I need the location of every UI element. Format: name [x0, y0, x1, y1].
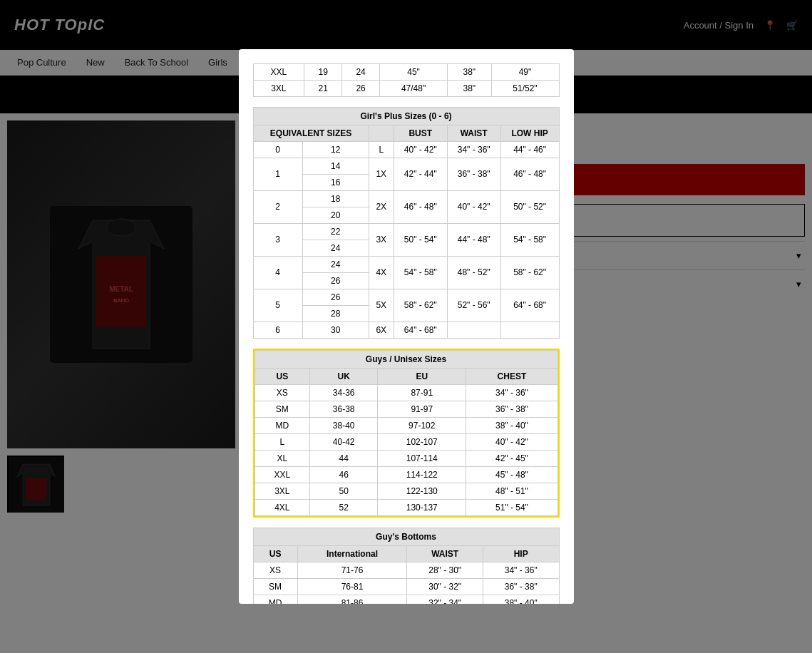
cell: 107-114: [378, 450, 466, 466]
cell: XXL: [253, 63, 304, 80]
cell: 4: [253, 256, 302, 289]
cell: 34" - 36": [447, 141, 500, 158]
cell: 47/48": [380, 80, 448, 96]
cell: [500, 322, 559, 338]
table-row: XL 44 107-114 42" - 45": [255, 450, 557, 466]
cell: 130-137: [378, 499, 466, 515]
cell: 5X: [369, 289, 394, 322]
table-row: 0 12 L 40" - 42" 34" - 36" 44" - 46": [253, 141, 559, 158]
cell: 6: [253, 322, 302, 338]
cell: 114-122: [378, 466, 466, 483]
girls-plus-header: Girl's Plus Sizes (0 - 6): [253, 107, 559, 125]
cell: 3: [253, 223, 302, 256]
guys-unisex-header: Guys / Unisex Sizes: [255, 350, 557, 368]
cell: 64" - 68": [394, 322, 447, 338]
table-row: 6 30 6X 64" - 68": [253, 322, 559, 338]
cell: 44: [310, 450, 378, 466]
cell: 26: [302, 272, 369, 289]
cell: 46: [310, 466, 378, 483]
cell: 91-97: [378, 401, 466, 417]
col-header-bust: BUST: [394, 125, 447, 141]
col-header-sx: [369, 125, 394, 141]
col-header-lowhip: LOW HIP: [500, 125, 559, 141]
cell: 30: [302, 322, 369, 338]
cell: 50" - 52": [500, 190, 559, 223]
cell: 52: [310, 499, 378, 515]
cell: 48" - 51": [466, 483, 557, 499]
cell: 42" - 44": [394, 158, 447, 190]
cell: 44" - 48": [447, 223, 500, 256]
cell: 36-38: [310, 401, 378, 417]
cell: 36" - 38": [466, 401, 557, 417]
cell: 2: [253, 190, 302, 223]
cell: XL: [255, 450, 310, 466]
table-row: 4 24 4X 54" - 58" 48" - 52" 58" - 62": [253, 256, 559, 272]
cell: 54" - 58": [394, 256, 447, 289]
cell: 51" - 54": [466, 499, 557, 515]
table-row: 1 14 1X 42" - 44" 36" - 38" 46" - 48": [253, 158, 559, 174]
cell: 22: [302, 223, 369, 240]
table-row: XXL 19 24 45" 38" 49": [253, 63, 559, 80]
table-row: 5 26 5X 58" - 62" 52" - 56" 64" - 68": [253, 289, 559, 305]
col-header-uk: UK: [310, 368, 378, 384]
cell: 18: [302, 190, 369, 207]
cell: 44" - 46": [500, 141, 559, 158]
cell: 38": [448, 80, 491, 96]
cell: 3X: [369, 223, 394, 256]
cell: 3XL: [255, 483, 310, 499]
cell: 50: [310, 483, 378, 499]
cell: MD: [255, 417, 310, 433]
cell: 1: [253, 158, 302, 190]
cell: 49": [491, 63, 559, 80]
cell: XXL: [255, 466, 310, 483]
cell: 102-107: [378, 433, 466, 450]
cell: 40" - 42": [447, 190, 500, 223]
cell: 24: [342, 63, 380, 80]
cell: 20: [302, 207, 369, 223]
cell: 0: [253, 141, 302, 158]
cell: 38-40: [310, 417, 378, 433]
cell: 3XL: [253, 80, 304, 96]
cell: 28: [302, 305, 369, 322]
cell: 40" - 42": [466, 433, 557, 450]
cell: SM: [255, 401, 310, 417]
cell: 51/52": [491, 80, 559, 96]
cell: 14: [302, 158, 369, 174]
cell: 5: [253, 289, 302, 322]
cell: 24: [302, 240, 369, 256]
col-header-eq: EQUIVALENT SIZES: [253, 125, 369, 141]
modal-overlay[interactable]: XXL 19 24 45" 38" 49" 3XL 21 26 47/48" 3…: [0, 0, 812, 520]
cell: 24: [302, 256, 369, 272]
cell: L: [255, 433, 310, 450]
cell: 58" - 62": [500, 256, 559, 289]
col-header-chest: CHEST: [466, 368, 557, 384]
cell: XS: [255, 384, 310, 401]
guys-unisex-table-wrapper: Guys / Unisex Sizes US UK EU CHEST XS 34…: [253, 349, 560, 518]
cell: 4XL: [255, 499, 310, 515]
cell: L: [369, 141, 394, 158]
cell: 34-36: [310, 384, 378, 401]
cell: 42" - 45": [466, 450, 557, 466]
table-row: XXL 46 114-122 45" - 48": [255, 466, 557, 483]
cell: 12: [302, 141, 369, 158]
table-row: L 40-42 102-107 40" - 42": [255, 433, 557, 450]
cell: 2X: [369, 190, 394, 223]
cell: 122-130: [378, 483, 466, 499]
cell: 40" - 42": [394, 141, 447, 158]
table-row: MD 38-40 97-102 38" - 40": [255, 417, 557, 433]
cell: 40-42: [310, 433, 378, 450]
cell: 58" - 62": [394, 289, 447, 322]
table-row: XS 34-36 87-91 34" - 36": [255, 384, 557, 401]
cell: 87-91: [378, 384, 466, 401]
cell: 48" - 52": [447, 256, 500, 289]
cell: 45": [380, 63, 448, 80]
cell: 19: [304, 63, 342, 80]
table-row: 3 22 3X 50" - 54" 44" - 48" 54" - 58": [253, 223, 559, 240]
cell: 46" - 48": [500, 158, 559, 190]
col-header-eu: EU: [378, 368, 466, 384]
cell: 34" - 36": [466, 384, 557, 401]
cell: 6X: [369, 322, 394, 338]
table-row: 3XL 50 122-130 48" - 51": [255, 483, 557, 499]
cell: 52" - 56": [447, 289, 500, 322]
cell: 50" - 54": [394, 223, 447, 256]
